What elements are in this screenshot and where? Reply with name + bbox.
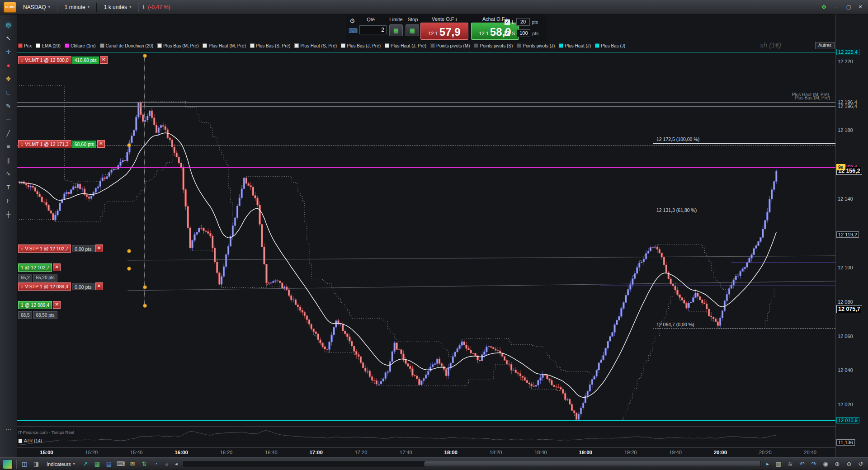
limit-offset-value[interactable]: 20: [516, 18, 530, 26]
order-chip-0[interactable]: ↕V:LMT 1 @ 12 500,0: [18, 56, 71, 64]
grid-tool-icon[interactable]: ┼: [0, 209, 17, 220]
more-tools-icon[interactable]: ⋯: [0, 423, 17, 434]
legend-item-plus-bas-m-pr[interactable]: Plus Bas (M, Pré): [157, 43, 198, 48]
scroll-left-button[interactable]: ◂: [173, 461, 179, 467]
message-icon[interactable]: ✉: [128, 460, 137, 469]
info-icon[interactable]: ℹ: [142, 4, 144, 10]
legend-item-plus-haut-j[interactable]: Plus Haut (J): [559, 43, 591, 48]
legend-item-plus-bas-j-pr[interactable]: Plus Bas (J, Pré): [341, 43, 381, 48]
chart-style-icon[interactable]: ▥: [774, 460, 783, 469]
stop-order-line-12102[interactable]: [731, 263, 835, 263]
collapse-toolbar-button[interactable]: «: [164, 461, 170, 467]
fibonacci-icon[interactable]: ≡: [0, 141, 17, 152]
chart-window-icon[interactable]: ◫: [20, 460, 29, 469]
stop-order-line-12089[interactable]: [600, 286, 835, 286]
maximize-button[interactable]: ▢: [844, 4, 853, 11]
pan-hand-icon[interactable]: ✥: [0, 73, 17, 84]
cancel-order-button[interactable]: ✕: [100, 56, 108, 64]
chart-settings-icon[interactable]: ◨: [32, 460, 41, 469]
clock-icon[interactable]: ◔: [151, 460, 160, 469]
candlestick-chart[interactable]: [17, 49, 835, 447]
stop-offset-unit: pts: [532, 31, 538, 36]
legend-item-points-pivots-s[interactable]: Points pivots (S): [474, 43, 513, 48]
stop-offset-value[interactable]: 100: [517, 29, 530, 37]
legend-item-cl-ture-1m[interactable]: Clôture (1m): [65, 43, 96, 48]
zoom-in-icon[interactable]: ⊕: [833, 460, 842, 469]
legend-item-plus-bas-j[interactable]: Plus Bas (J): [595, 43, 625, 48]
instrument-dropdown[interactable]: NASDAQ ▾: [20, 3, 53, 12]
draw-pencil-icon[interactable]: ✎: [0, 100, 17, 111]
scroll-right-button[interactable]: ▸: [764, 461, 771, 467]
limit-offset-checkbox[interactable]: ✓: [505, 19, 510, 25]
indicators-button[interactable]: Indicateurs ▾: [44, 461, 78, 468]
cancel-order-button[interactable]: ✕: [53, 301, 61, 309]
fib-line-0[interactable]: [653, 143, 835, 144]
timeframe-dropdown[interactable]: 1 minute ▾: [61, 3, 93, 12]
price-axis[interactable]: 12 225,412 22012 196,412 196,412 18012 1…: [835, 14, 868, 457]
cursor-icon[interactable]: ↖: [0, 33, 17, 43]
order-chip-1[interactable]: ↕V:LMT 1 @ 12 171,3: [18, 140, 71, 148]
toolbar-separator: [138, 3, 139, 12]
measure-icon[interactable]: ∟: [0, 87, 17, 98]
order-chip-4[interactable]: ↕V:STP 1 @ 12 089,4: [18, 282, 71, 291]
position-chip-5[interactable]: 1 @ 12 089,4: [18, 301, 52, 309]
stop-offset-checkbox[interactable]: ✓: [505, 31, 510, 36]
legend-item-ema-20[interactable]: EMA (20): [36, 43, 61, 48]
stop-order-button[interactable]: ▦: [406, 24, 419, 36]
time-axis[interactable]: 15:0015:2015:4016:0016:2016:4017:0017:20…: [17, 447, 835, 458]
limit-order-button[interactable]: ▦: [389, 24, 403, 36]
trendline-0[interactable]: [127, 256, 835, 260]
legend-item-prix[interactable]: Prix: [18, 43, 32, 48]
record-icon[interactable]: ●: [0, 60, 17, 70]
minimize-button[interactable]: –: [833, 4, 841, 11]
trendline-icon[interactable]: ╱: [0, 127, 17, 138]
cancel-order-button[interactable]: ✕: [97, 140, 105, 148]
sell-limit-order-line[interactable]: [17, 145, 835, 146]
sell-button[interactable]: 12 1 57,9: [420, 23, 468, 40]
legend-item-plus-haut-s-pr[interactable]: Plus Haut (S, Pré): [294, 43, 337, 48]
scrollbar-thumb[interactable]: [425, 461, 760, 466]
legend-item-plus-bas-s-pr[interactable]: Plus Bas (S, Pré): [250, 43, 291, 48]
legend-item-plus-haut-m-pr[interactable]: Plus Haut (M, Pré): [203, 43, 245, 48]
export-icon[interactable]: ⇅: [140, 460, 149, 469]
fib-line-2[interactable]: [653, 328, 835, 329]
screenshot-icon[interactable]: ◉: [821, 460, 830, 469]
wrench-icon[interactable]: ⚙: [349, 17, 355, 24]
chart-pane[interactable]: IT-Finance.com - Temps Réel ATR (14) 12 …: [17, 49, 835, 447]
quantity-input[interactable]: [359, 25, 387, 34]
zigzag-icon[interactable]: ∿: [0, 168, 17, 179]
more-indicators-button[interactable]: Autres: [815, 42, 835, 49]
undo-icon[interactable]: ↶: [797, 460, 807, 469]
app-logo-icon[interactable]: [3, 459, 13, 469]
text-tool-icon[interactable]: T: [0, 182, 17, 193]
keyboard-icon[interactable]: ⌨: [349, 27, 358, 34]
close-button[interactable]: ✕: [856, 4, 864, 11]
share-icon[interactable]: ↗: [81, 460, 90, 469]
horizontal-line-icon[interactable]: ─: [0, 114, 17, 125]
fib-retracement-icon[interactable]: F: [0, 195, 17, 206]
order-chip-2[interactable]: ↕V:STP 1 @ 12 102,7: [18, 244, 71, 253]
legend-item-points-pivots-j[interactable]: Points pivots (J): [517, 43, 555, 48]
legend-item-plus-haut-j-pr[interactable]: Plus Haut (J, Pré): [385, 43, 426, 48]
cancel-order-button[interactable]: ✕: [53, 263, 61, 271]
position-chip-3[interactable]: 1 @ 12 102,7: [18, 263, 52, 272]
watchlist-icon[interactable]: ▦: [93, 460, 102, 469]
legend-item-points-pivots-m[interactable]: Points pivots (M): [430, 43, 470, 48]
cancel-order-button[interactable]: ✕: [95, 244, 103, 252]
orderbook-icon[interactable]: ▤: [104, 460, 113, 469]
channel-icon[interactable]: ∥: [0, 155, 17, 165]
cancel-order-button[interactable]: ✕: [95, 282, 103, 290]
keyboard-shortcut-icon[interactable]: ⌨: [116, 460, 125, 469]
units-dropdown[interactable]: 1 k unités ▾: [101, 3, 134, 12]
alert-bell-icon[interactable]: ◎: [0, 19, 17, 30]
zoom-out-icon[interactable]: ⊖: [844, 460, 854, 469]
legend-item-canal-de-donchian-20[interactable]: Canal de Donchian (20): [100, 43, 154, 48]
fib-line-1[interactable]: [653, 214, 835, 214]
chart-scrollbar[interactable]: [183, 461, 761, 467]
crosshair-icon[interactable]: ✛: [0, 46, 17, 57]
pane-divider[interactable]: [17, 426, 835, 427]
redo-icon[interactable]: ↷: [809, 460, 818, 469]
reset-zoom-icon[interactable]: ↺: [856, 460, 865, 469]
compare-icon[interactable]: ≋: [786, 460, 795, 469]
atr-indicator-legend[interactable]: ATR (14): [19, 438, 42, 443]
